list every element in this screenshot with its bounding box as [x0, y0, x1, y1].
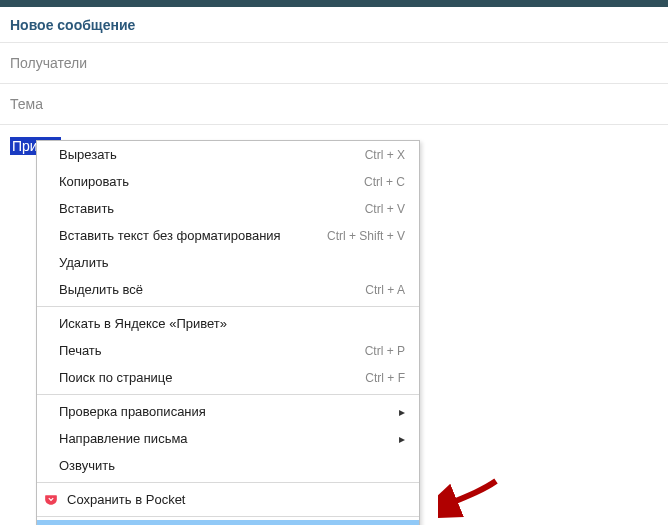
menu-pocket-label: Сохранить в Pocket	[67, 492, 405, 507]
menu-spellcheck-label: Проверка правописания	[59, 404, 391, 419]
menu-pocket[interactable]: Сохранить в Pocket	[37, 486, 419, 513]
annotation-arrow-icon	[438, 478, 498, 518]
menu-select-all-shortcut: Ctrl + A	[365, 283, 405, 297]
menu-delete[interactable]: Удалить	[37, 249, 419, 276]
menu-delete-label: Удалить	[59, 255, 405, 270]
menu-inspect[interactable]: Исследовать элемент	[37, 520, 419, 525]
compose-header: Новое сообщение	[0, 7, 668, 43]
submenu-arrow-icon: ▸	[399, 405, 405, 419]
menu-paste-label: Вставить	[59, 201, 365, 216]
recipients-field[interactable]: Получатели	[0, 43, 668, 84]
menu-spellcheck[interactable]: Проверка правописания ▸	[37, 398, 419, 425]
menu-select-all[interactable]: Выделить всё Ctrl + A	[37, 276, 419, 303]
menu-print-label: Печать	[59, 343, 365, 358]
menu-speak-label: Озвучить	[59, 458, 405, 473]
pocket-icon	[45, 493, 63, 507]
menu-cut[interactable]: Вырезать Ctrl + X	[37, 141, 419, 168]
recipients-placeholder: Получатели	[10, 55, 87, 71]
menu-search-yandex-label: Искать в Яндексе «Привет»	[59, 316, 405, 331]
menu-cut-label: Вырезать	[59, 147, 365, 162]
menu-paste-plain-label: Вставить текст без форматирования	[59, 228, 327, 243]
menu-copy[interactable]: Копировать Ctrl + C	[37, 168, 419, 195]
menu-paste-shortcut: Ctrl + V	[365, 202, 405, 216]
subject-placeholder: Тема	[10, 96, 43, 112]
menu-separator	[37, 306, 419, 307]
menu-find-label: Поиск по странице	[59, 370, 365, 385]
menu-paste-plain[interactable]: Вставить текст без форматирования Ctrl +…	[37, 222, 419, 249]
menu-find-shortcut: Ctrl + F	[365, 371, 405, 385]
menu-print-shortcut: Ctrl + P	[365, 344, 405, 358]
compose-title: Новое сообщение	[10, 17, 135, 33]
menu-direction-label: Направление письма	[59, 431, 391, 446]
menu-separator	[37, 394, 419, 395]
menu-search-yandex[interactable]: Искать в Яндексе «Привет»	[37, 310, 419, 337]
menu-separator	[37, 482, 419, 483]
menu-separator	[37, 516, 419, 517]
menu-direction[interactable]: Направление письма ▸	[37, 425, 419, 452]
menu-copy-shortcut: Ctrl + C	[364, 175, 405, 189]
menu-paste-plain-shortcut: Ctrl + Shift + V	[327, 229, 405, 243]
menu-print[interactable]: Печать Ctrl + P	[37, 337, 419, 364]
window-topbar	[0, 0, 668, 7]
menu-copy-label: Копировать	[59, 174, 364, 189]
menu-cut-shortcut: Ctrl + X	[365, 148, 405, 162]
submenu-arrow-icon: ▸	[399, 432, 405, 446]
menu-speak[interactable]: Озвучить	[37, 452, 419, 479]
menu-paste[interactable]: Вставить Ctrl + V	[37, 195, 419, 222]
menu-select-all-label: Выделить всё	[59, 282, 365, 297]
context-menu: Вырезать Ctrl + X Копировать Ctrl + C Вс…	[36, 140, 420, 525]
subject-field[interactable]: Тема	[0, 84, 668, 125]
menu-find[interactable]: Поиск по странице Ctrl + F	[37, 364, 419, 391]
